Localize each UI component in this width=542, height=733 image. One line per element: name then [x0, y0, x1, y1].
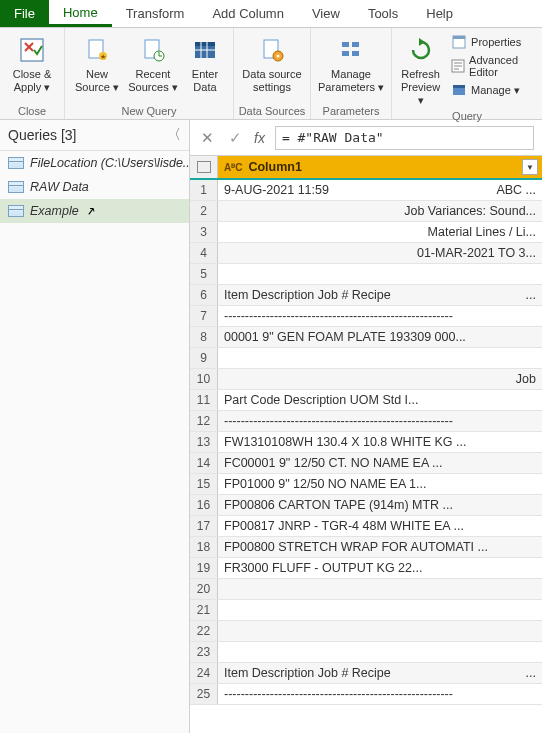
- tab-transform[interactable]: Transform: [112, 0, 199, 27]
- data-cell[interactable]: ----------------------------------------…: [218, 411, 542, 431]
- table-row[interactable]: 19FR3000 FLUFF - OUTPUT KG 22...: [190, 558, 542, 579]
- table-row[interactable]: 2Job Variances: Sound...: [190, 201, 542, 222]
- table-row[interactable]: 3Material Lines / Li...: [190, 222, 542, 243]
- advanced-editor-icon: [451, 58, 465, 74]
- table-row[interactable]: 23: [190, 642, 542, 663]
- table-row[interactable]: 11Part Code Description UOM Std I...: [190, 390, 542, 411]
- manage-button[interactable]: Manage ▾: [451, 82, 532, 98]
- data-cell[interactable]: [218, 579, 542, 599]
- tab-add-column[interactable]: Add Column: [198, 0, 298, 27]
- data-grid: AᴮC Column1 ▼ 19-AUG-2021 11:59ABC ...2J…: [190, 156, 542, 733]
- new-source-icon: ★: [81, 34, 113, 66]
- table-row[interactable]: 17FP00817 JNRP - TGR-4 48M WHITE EA ...: [190, 516, 542, 537]
- table-row[interactable]: 22: [190, 621, 542, 642]
- refresh-preview-button[interactable]: Refresh Preview ▾: [396, 32, 445, 108]
- table-row[interactable]: 21: [190, 600, 542, 621]
- formula-input[interactable]: [275, 126, 534, 150]
- query-item-label: Example: [30, 204, 79, 218]
- ribbon-group-query: Refresh Preview ▾ Properties Advanced Ed…: [392, 28, 542, 119]
- data-cell[interactable]: ----------------------------------------…: [218, 306, 542, 326]
- table-row[interactable]: 15FP01000 9" 12/50 NO NAME EA 1...: [190, 474, 542, 495]
- query-item-0[interactable]: FileLocation (C:\Users\lisde...: [0, 151, 189, 175]
- formula-cancel-icon[interactable]: ✕: [198, 129, 216, 147]
- data-cell[interactable]: FW1310108WH 130.4 X 10.8 WHITE KG ...: [218, 432, 542, 452]
- table-row[interactable]: 401-MAR-2021 TO 3...: [190, 243, 542, 264]
- table-row[interactable]: 5: [190, 264, 542, 285]
- table-icon: [8, 181, 24, 193]
- advanced-editor-label: Advanced Editor: [469, 54, 532, 78]
- enter-data-icon: [189, 34, 221, 66]
- data-cell[interactable]: ----------------------------------------…: [218, 684, 542, 704]
- table-icon: [8, 205, 24, 217]
- table-row[interactable]: 18FP00800 STRETCH WRAP FOR AUTOMATI ...: [190, 537, 542, 558]
- table-row[interactable]: 13FW1310108WH 130.4 X 10.8 WHITE KG ...: [190, 432, 542, 453]
- table-row[interactable]: 10Job: [190, 369, 542, 390]
- data-cell[interactable]: FC00001 9" 12/50 CT. NO NAME EA ...: [218, 453, 542, 473]
- data-cell[interactable]: 01-MAR-2021 TO 3...: [218, 243, 542, 263]
- data-source-settings-label: Data source settings: [242, 68, 301, 94]
- svg-text:★: ★: [100, 53, 106, 60]
- close-apply-button[interactable]: Close & Apply ▾: [4, 32, 60, 94]
- table-row[interactable]: 25--------------------------------------…: [190, 684, 542, 705]
- data-cell[interactable]: FP00817 JNRP - TGR-4 48M WHITE EA ...: [218, 516, 542, 536]
- queries-header[interactable]: Queries [3] 〈: [0, 120, 189, 151]
- svg-point-17: [277, 55, 280, 58]
- data-cell[interactable]: Part Code Description UOM Std I...: [218, 390, 542, 410]
- data-cell[interactable]: Material Lines / Li...: [218, 222, 542, 242]
- table-row[interactable]: 7---------------------------------------…: [190, 306, 542, 327]
- tab-tools[interactable]: Tools: [354, 0, 412, 27]
- tab-home[interactable]: Home: [49, 0, 112, 27]
- data-cell[interactable]: FP01000 9" 12/50 NO NAME EA 1...: [218, 474, 542, 494]
- table-row[interactable]: 14FC00001 9" 12/50 CT. NO NAME EA ...: [190, 453, 542, 474]
- data-cell[interactable]: FP00806 CARTON TAPE (914m) MTR ...: [218, 495, 542, 515]
- row-number: 21: [190, 600, 218, 620]
- enter-data-button[interactable]: Enter Data: [181, 32, 229, 94]
- tab-view[interactable]: View: [298, 0, 354, 27]
- recent-sources-button[interactable]: Recent Sources ▾: [125, 32, 181, 94]
- row-number: 19: [190, 558, 218, 578]
- row-number: 20: [190, 579, 218, 599]
- table-row[interactable]: 800001 9" GEN FOAM PLATE 193309 000...: [190, 327, 542, 348]
- data-cell[interactable]: [218, 600, 542, 620]
- tab-file[interactable]: File: [0, 0, 49, 27]
- table-row[interactable]: 12--------------------------------------…: [190, 411, 542, 432]
- svg-rect-30: [453, 85, 465, 88]
- data-cell[interactable]: Job Variances: Sound...: [218, 201, 542, 221]
- data-cell[interactable]: Job: [218, 369, 542, 389]
- column-filter-dropdown[interactable]: ▼: [522, 159, 538, 175]
- data-source-settings-button[interactable]: Data source settings: [238, 32, 306, 94]
- table-row[interactable]: 24Item Description Job # Recipe...: [190, 663, 542, 684]
- table-row[interactable]: 9: [190, 348, 542, 369]
- query-item-label: FileLocation (C:\Users\lisde...: [30, 156, 189, 170]
- properties-button[interactable]: Properties: [451, 34, 532, 50]
- data-cell[interactable]: [218, 621, 542, 641]
- new-source-button[interactable]: ★ New Source ▾: [69, 32, 125, 94]
- query-item-1[interactable]: RAW Data: [0, 175, 189, 199]
- column-header-column1[interactable]: AᴮC Column1 ▼: [218, 156, 542, 178]
- grid-corner-button[interactable]: [190, 156, 218, 178]
- data-cell[interactable]: 00001 9" GEN FOAM PLATE 193309 000...: [218, 327, 542, 347]
- tab-help[interactable]: Help: [412, 0, 467, 27]
- data-cell[interactable]: Item Description Job # Recipe...: [218, 285, 542, 305]
- ribbon-group-close-label: Close: [18, 103, 46, 117]
- query-item-2[interactable]: Example↖: [0, 199, 189, 223]
- row-number: 14: [190, 453, 218, 473]
- formula-fx-icon[interactable]: fx: [254, 130, 265, 146]
- data-cell[interactable]: FP00800 STRETCH WRAP FOR AUTOMATI ...: [218, 537, 542, 557]
- advanced-editor-button[interactable]: Advanced Editor: [451, 54, 532, 78]
- data-cell[interactable]: FR3000 FLUFF - OUTPUT KG 22...: [218, 558, 542, 578]
- data-cell[interactable]: [218, 264, 542, 284]
- data-cell[interactable]: 9-AUG-2021 11:59ABC ...: [218, 180, 542, 200]
- formula-accept-icon[interactable]: ✓: [226, 129, 244, 147]
- table-row[interactable]: 16FP00806 CARTON TAPE (914m) MTR ...: [190, 495, 542, 516]
- grid-body[interactable]: 19-AUG-2021 11:59ABC ...2Job Variances: …: [190, 180, 542, 733]
- svg-rect-18: [342, 42, 349, 47]
- table-row[interactable]: 6Item Description Job # Recipe...: [190, 285, 542, 306]
- manage-parameters-button[interactable]: Manage Parameters ▾: [315, 32, 387, 94]
- data-cell[interactable]: Item Description Job # Recipe...: [218, 663, 542, 683]
- table-row[interactable]: 20: [190, 579, 542, 600]
- data-cell[interactable]: [218, 642, 542, 662]
- data-cell[interactable]: [218, 348, 542, 368]
- collapse-queries-icon[interactable]: 〈: [167, 126, 181, 144]
- table-row[interactable]: 19-AUG-2021 11:59ABC ...: [190, 180, 542, 201]
